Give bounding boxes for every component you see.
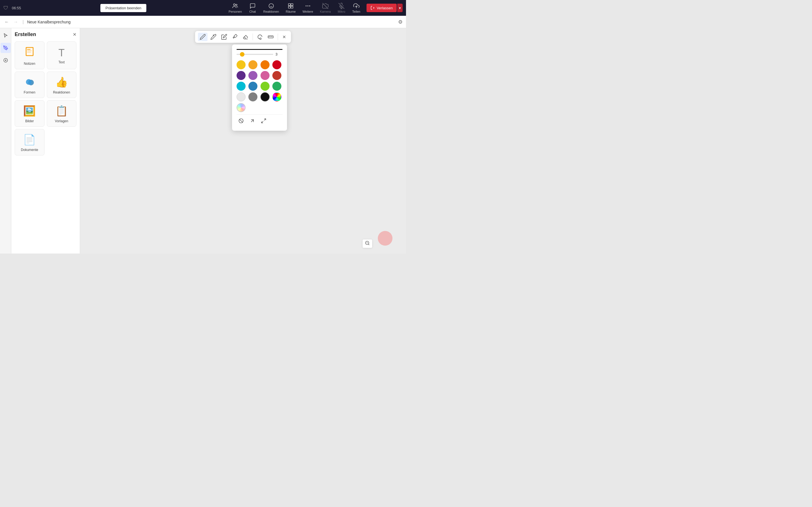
color-crimson[interactable] [272, 71, 282, 80]
svg-rect-22 [27, 48, 33, 55]
draw-pen-button[interactable] [198, 33, 207, 41]
formen-icon [24, 76, 35, 88]
select-tool-button[interactable] [1, 31, 11, 41]
teilen-label: Teilen [352, 10, 360, 13]
close-sidebar-button[interactable]: ✕ [73, 32, 77, 37]
svg-point-10 [307, 5, 308, 6]
svg-rect-7 [289, 6, 290, 8]
slider-container: 3 [237, 52, 283, 56]
leave-button-group: Verlassen ▾ [366, 4, 403, 12]
sidebar-tools [0, 28, 11, 253]
draw-close-button[interactable] [280, 34, 288, 40]
color-arrow-out-button[interactable] [260, 117, 267, 126]
draw-pencil-button[interactable] [219, 33, 229, 41]
sidebar-header: Erstellen ✕ [15, 32, 77, 38]
formen-label: Formen [24, 91, 35, 94]
thickness-slider[interactable] [237, 54, 273, 55]
color-clear-button[interactable] [237, 117, 245, 126]
svg-rect-6 [291, 3, 293, 5]
forward-button[interactable]: → [12, 18, 19, 25]
svg-rect-8 [291, 6, 293, 8]
svg-point-11 [309, 5, 310, 6]
raeume-label: Räume [286, 10, 296, 13]
settings-button[interactable]: ⚙ [398, 19, 403, 25]
svg-point-27 [26, 79, 32, 85]
leave-chevron-button[interactable]: ▾ [397, 4, 403, 12]
color-cyan[interactable] [237, 82, 246, 91]
nav-weitere-button[interactable]: Weitere [300, 2, 316, 14]
color-custom[interactable] [237, 103, 246, 112]
grid-item-vorlagen[interactable]: 📋 Vorlagen [47, 100, 77, 127]
draw-divider [253, 34, 253, 40]
color-gray[interactable] [248, 93, 257, 101]
draw-toolbar [195, 31, 291, 43]
draw-eraser-button[interactable] [241, 33, 250, 41]
grid-item-text[interactable]: T Text [47, 41, 77, 69]
time-display: 06:55 [12, 6, 21, 10]
svg-point-2 [269, 3, 273, 8]
nav-raeume-button[interactable]: Räume [283, 2, 298, 14]
color-light-green[interactable] [260, 82, 269, 91]
dokumente-label: Dokumente [21, 148, 38, 152]
color-red[interactable] [272, 60, 282, 69]
draw-ruler-button[interactable] [266, 33, 275, 41]
add-tool-button[interactable] [1, 55, 11, 65]
color-green[interactable] [272, 82, 282, 91]
svg-point-29 [260, 38, 261, 40]
back-button[interactable]: ← [3, 18, 10, 25]
user-avatar [378, 231, 393, 245]
present-button[interactable]: Präsentation beenden [100, 4, 146, 12]
color-actions [237, 117, 283, 126]
grid-item-dokumente[interactable]: 📄 Dokumente [15, 129, 45, 156]
color-blue[interactable] [248, 82, 257, 91]
weitere-label: Weitere [303, 10, 313, 13]
nav-chat-button[interactable]: Chat [246, 2, 259, 14]
text-label: Text [58, 60, 64, 64]
grid-item-formen[interactable]: Formen [15, 71, 45, 98]
draw-highlighter-button[interactable] [230, 33, 240, 41]
second-bar-left: ← → | Neue Kanalbesprechung [3, 18, 70, 25]
color-light-gray[interactable] [237, 93, 246, 101]
svg-point-17 [5, 47, 6, 48]
svg-line-41 [262, 121, 263, 123]
color-rainbow[interactable] [272, 93, 282, 101]
color-purple[interactable] [248, 71, 257, 80]
dokumente-icon: 📄 [23, 134, 36, 146]
nav-personen-button[interactable]: Personen [226, 2, 245, 14]
bilder-icon: 🖼️ [23, 105, 36, 117]
vorlagen-label: Vorlagen [55, 119, 68, 123]
zoom-out-button[interactable] [365, 240, 370, 247]
thickness-line [237, 49, 283, 50]
color-grid [237, 60, 283, 101]
nav-kamera-button[interactable]: Kamera [317, 2, 334, 14]
pen-tool-button[interactable] [1, 43, 11, 53]
grid-item-notizen[interactable]: Notizen [15, 41, 45, 69]
color-separator [237, 114, 283, 115]
svg-line-40 [264, 119, 266, 121]
nav-mikro-button[interactable]: Mikro [335, 2, 348, 14]
color-orange[interactable] [260, 60, 269, 69]
color-pink[interactable] [260, 71, 269, 80]
breadcrumb: Neue Kanalbesprechung [27, 20, 70, 24]
color-dark-purple[interactable] [237, 71, 246, 80]
color-arrow-ne-button[interactable] [248, 117, 256, 126]
draw-pen-up-button[interactable] [209, 33, 218, 41]
reaktionen-label: Reaktionen [53, 91, 70, 94]
sidebar-content: Erstellen ✕ Notizen T Text [11, 28, 80, 253]
grid-item-reaktionen[interactable]: 👍 Reaktionen [47, 71, 77, 98]
svg-point-0 [234, 4, 235, 5]
notizen-label: Notizen [24, 62, 35, 66]
sidebar-title: Erstellen [15, 32, 36, 38]
color-picker-popup: 3 [232, 45, 287, 131]
grid-item-bilder[interactable]: 🖼️ Bilder [15, 100, 45, 127]
vorlagen-icon: 📋 [55, 105, 68, 117]
top-bar-right: Personen Chat Reaktionen Räume Weitere K… [226, 2, 403, 14]
draw-lasso-button[interactable] [255, 33, 265, 41]
color-yellow[interactable] [237, 60, 246, 69]
leave-button[interactable]: Verlassen [366, 4, 397, 12]
color-light-orange[interactable] [248, 60, 257, 69]
nav-teilen-button[interactable]: Teilen [349, 2, 363, 14]
color-black[interactable] [260, 93, 269, 101]
personen-label: Personen [229, 10, 242, 13]
nav-reaktionen-button[interactable]: Reaktionen [260, 2, 282, 14]
